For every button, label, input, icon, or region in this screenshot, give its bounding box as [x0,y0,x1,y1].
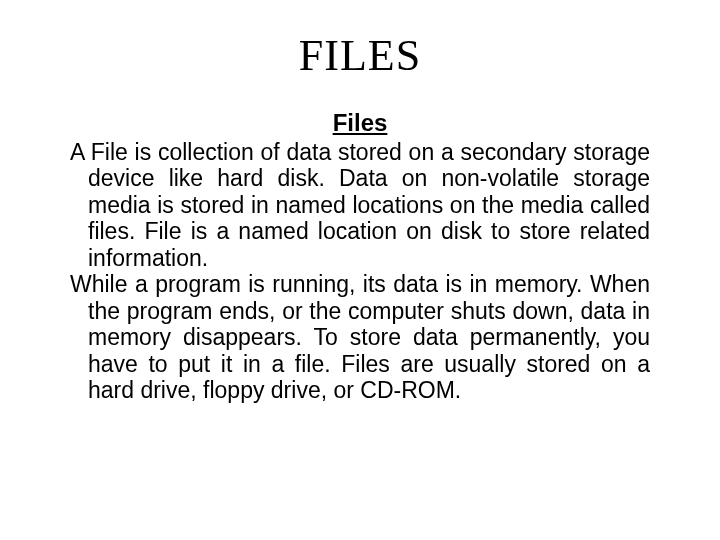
body-text: A File is collection of data stored on a… [70,139,650,403]
section-subheading: Files [70,109,650,137]
slide-container: FILES Files A File is collection of data… [0,0,720,540]
slide-title: FILES [70,30,650,81]
paragraph-2: While a program is running, its data is … [70,271,650,403]
paragraph-1: A File is collection of data stored on a… [70,139,650,271]
